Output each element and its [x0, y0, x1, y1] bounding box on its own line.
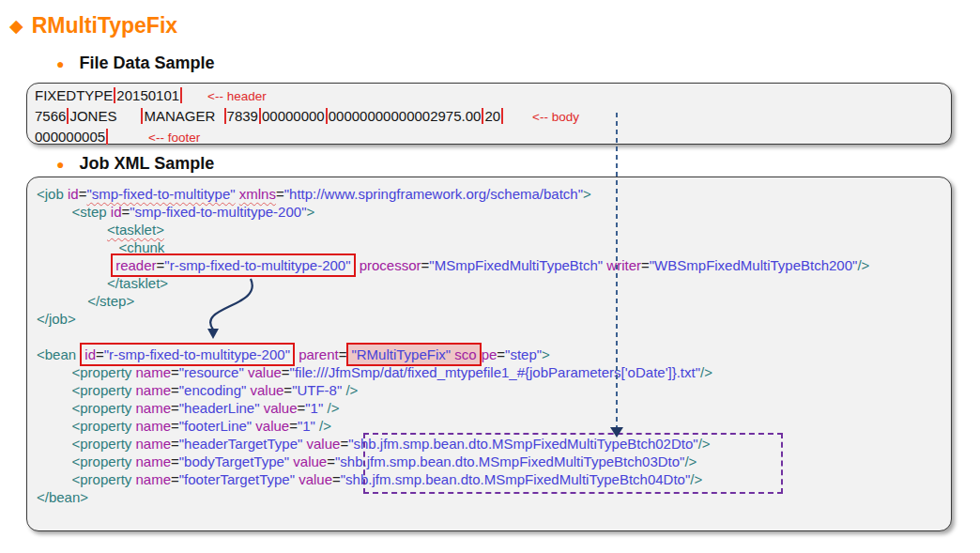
code-token: = [171, 364, 179, 380]
code-token: = [282, 364, 290, 380]
code-token: name [135, 382, 171, 398]
field-separator [224, 108, 226, 124]
code-token: = [332, 471, 341, 487]
file-data-line: 000000005<-- footer [35, 127, 951, 147]
code-token: = [641, 257, 650, 273]
field-value: FIXEDTYPE [35, 87, 113, 103]
code-token: name [135, 400, 171, 416]
field-separator [259, 108, 261, 124]
code-token: "r-smp-fixed-to-multitype-200" [164, 257, 350, 273]
field-value: 00000000000002975.00 [329, 108, 482, 124]
code-token: <property [72, 418, 136, 434]
code-token: processor [360, 257, 421, 273]
code-token: = [497, 346, 505, 362]
code-token: "shb.jfm.smp.bean.dto.MSmpFixedMultiType… [341, 471, 690, 487]
code-token: <step [72, 204, 111, 220]
code-token: sco [454, 346, 476, 362]
field-separator [501, 108, 503, 124]
code-token: name [135, 471, 171, 487]
code-token: = [283, 382, 292, 398]
xml-code-line: <property name="bodyTargetType" value="s… [37, 453, 951, 470]
code-token: "http://www.springframework.org/schema/b… [284, 186, 583, 202]
header-annotation: <-- header [207, 89, 267, 103]
xml-code-line: </bean> [37, 488, 951, 506]
code-token: "UTF-8" [292, 382, 342, 398]
code-token: = [157, 257, 165, 273]
diamond-icon: ◆ [9, 17, 23, 35]
code-token: name [135, 436, 171, 452]
page-title: RMultiTypeFix [32, 13, 177, 38]
file-data-line: FIXEDTYPE20150101<-- header [35, 85, 951, 106]
xml-code-line: <property name="footerTargetType" value=… [37, 470, 951, 488]
xml-code-line: reader="r-smp-fixed-to-multitype-200" pr… [37, 256, 951, 274]
code-token: <property [72, 364, 136, 380]
code-token: "1" [298, 418, 315, 434]
code-token: = [171, 400, 179, 416]
code-token: > [306, 204, 314, 220]
section-job-xml-sample: ● Job XML Sample [56, 154, 214, 174]
code-token: "WBSmpFixedMultiTypeBtch200" [650, 257, 858, 273]
footer-annotation: <-- footer [148, 131, 200, 145]
code-token: value [307, 436, 341, 452]
code-token: = [171, 436, 179, 452]
bullet-icon: ● [56, 158, 64, 171]
code-token: </step> [87, 293, 134, 309]
code-token: value [293, 453, 327, 469]
code-token: "footerLine" [179, 418, 252, 434]
code-token: = [340, 436, 348, 452]
code-token: = [171, 382, 179, 398]
code-token: reader [115, 257, 156, 273]
code-token: value [251, 382, 284, 398]
field-value: 00000000 [262, 108, 325, 124]
code-token: = [276, 186, 284, 202]
code-token: "1" [305, 400, 323, 416]
code-token: "MSmpFixedMultiTypeBtch" [429, 257, 603, 273]
code-token: </bean> [37, 489, 88, 505]
field-value: 7566 [35, 108, 66, 124]
field-separator [326, 108, 328, 124]
code-token: value [264, 400, 298, 416]
code-token: parent [299, 346, 339, 362]
file-data-line: 7566JONES MANAGER 7839000000000000000000… [35, 106, 951, 127]
field-value: 000000005 [35, 129, 105, 145]
code-token: <property [72, 382, 136, 398]
code-token: /> [342, 382, 358, 398]
slide-header: ◆ RMultiTypeFix [9, 13, 177, 38]
field-value: 7839 [227, 108, 258, 124]
code-token: <bean [37, 346, 80, 362]
code-token: name [135, 453, 171, 469]
code-token: "headerTargetType" [179, 436, 303, 452]
code-token: = [421, 257, 430, 273]
code-token: value [255, 418, 289, 434]
code-token: <tasklet> [107, 222, 164, 238]
code-token: "shb.jfm.smp.bean.dto.MSmpFixedMultiType… [348, 436, 697, 452]
code-token: name [135, 418, 171, 434]
code-token: "bodyTargetType" [179, 453, 289, 469]
code-token: <property [72, 436, 136, 452]
field-value: 20150101 [116, 87, 179, 103]
code-token: xmlns [239, 186, 276, 202]
xml-code-line: <property name="footerLine" value="1" /> [37, 417, 951, 435]
field-separator [106, 129, 108, 145]
code-token: /> [690, 471, 702, 487]
code-token: value [248, 364, 282, 380]
section-label: File Data Sample [79, 54, 214, 73]
code-token: "shb.jfm.smp.bean.dto.MSmpFixedMultiType… [335, 453, 684, 469]
code-token: /> [684, 453, 697, 469]
code-token: > [542, 346, 550, 362]
code-token: = [171, 418, 179, 434]
code-token: id [68, 186, 79, 202]
code-token: "headerLine" [179, 400, 260, 416]
code-token: /> [315, 418, 331, 434]
code-token: writer [606, 257, 641, 273]
xml-code-line: <property name="headerLine" value="1" /> [37, 399, 951, 417]
parent-highlight-box: "RMultiTypeFix" sco [346, 343, 481, 366]
code-token: id [111, 204, 122, 220]
code-token: <job [37, 186, 68, 202]
xml-panel: <job id="smp-fixed-to-multitype" xmlns="… [26, 177, 952, 531]
code-token: id [84, 346, 96, 362]
code-token: = [327, 453, 335, 469]
code-token: > [583, 186, 591, 202]
code-token: = [171, 471, 179, 487]
xml-code-line: <property name="encoding" value="UTF-8" … [37, 381, 951, 399]
